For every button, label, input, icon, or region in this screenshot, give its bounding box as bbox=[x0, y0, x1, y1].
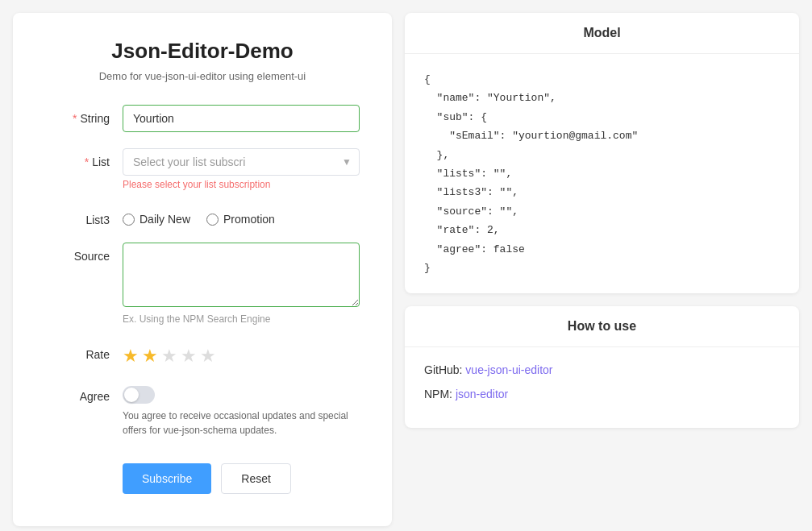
list3-control: Daily New Promotion bbox=[123, 206, 360, 226]
how-to-use-body: GitHub: vue-json-ui-editor NPM: json-edi… bbox=[405, 347, 799, 428]
list-control: Select your list subscri Option 1 ▼ Plea… bbox=[123, 148, 360, 190]
agree-description: You agree to receive occasional updates … bbox=[123, 409, 360, 438]
toggle-knob bbox=[124, 388, 139, 402]
source-label: Source bbox=[45, 243, 110, 263]
list-select-wrap: Select your list subscri Option 1 ▼ bbox=[123, 148, 360, 176]
model-card-header: Model bbox=[405, 13, 799, 54]
source-textarea[interactable] bbox=[123, 243, 360, 307]
radio-daily-input[interactable] bbox=[123, 214, 135, 226]
app-subtitle: Demo for vue-json-ui-editor using elemen… bbox=[45, 70, 360, 82]
string-input[interactable] bbox=[123, 105, 360, 132]
model-card-body: { "name": "Yourtion", "sub": { "sEmail":… bbox=[405, 54, 799, 293]
star-2[interactable]: ★ bbox=[142, 346, 158, 367]
source-field-row: Source Ex. Using the NPM Search Engine bbox=[45, 243, 360, 325]
reset-button[interactable]: Reset bbox=[221, 463, 291, 494]
star-3[interactable]: ★ bbox=[161, 346, 177, 367]
star-4[interactable]: ★ bbox=[181, 346, 197, 367]
string-label: *String bbox=[45, 105, 110, 125]
rate-label: Rate bbox=[45, 341, 110, 361]
star-1[interactable]: ★ bbox=[123, 346, 139, 367]
rate-field-row: Rate ★ ★ ★ ★ ★ bbox=[45, 341, 360, 367]
list-select[interactable]: Select your list subscri Option 1 bbox=[123, 148, 360, 176]
required-star: * bbox=[73, 112, 77, 125]
button-row: Subscribe Reset bbox=[123, 463, 360, 494]
list3-label: List3 bbox=[45, 206, 110, 226]
subscribe-button[interactable]: Subscribe bbox=[123, 463, 211, 494]
list3-radio-group: Daily New Promotion bbox=[123, 206, 360, 226]
npm-link-row: NPM: json-editor bbox=[424, 388, 780, 400]
github-link-row: GitHub: vue-json-ui-editor bbox=[424, 363, 780, 376]
how-to-use-header: How to use bbox=[405, 306, 799, 347]
string-control bbox=[123, 105, 360, 132]
string-field-row: *String bbox=[45, 105, 360, 132]
list-label: *List bbox=[45, 148, 110, 168]
app-title: Json-Editor-Demo bbox=[45, 39, 360, 64]
github-link[interactable]: vue-json-ui-editor bbox=[465, 363, 552, 376]
star-5[interactable]: ★ bbox=[200, 346, 216, 367]
agree-control: You agree to receive occasional updates … bbox=[123, 383, 360, 438]
list3-field-row: List3 Daily New Promotion bbox=[45, 206, 360, 226]
radio-daily-label: Daily New bbox=[139, 213, 190, 226]
how-to-use-card: How to use GitHub: vue-json-ui-editor NP… bbox=[405, 306, 799, 428]
rate-control: ★ ★ ★ ★ ★ bbox=[123, 341, 360, 367]
radio-promotion-label: Promotion bbox=[223, 213, 275, 226]
radio-promotion-input[interactable] bbox=[206, 214, 219, 226]
list-error-message: Please select your list subscription bbox=[123, 179, 360, 190]
radio-daily-new[interactable]: Daily New bbox=[123, 213, 190, 226]
npm-label: NPM: bbox=[424, 388, 456, 400]
github-label: GitHub: bbox=[424, 363, 465, 376]
npm-link[interactable]: json-editor bbox=[456, 388, 508, 400]
right-panel: Model { "name": "Yourtion", "sub": { "sE… bbox=[405, 13, 799, 526]
source-hint: Ex. Using the NPM Search Engine bbox=[123, 313, 360, 325]
agree-field-row: Agree You agree to receive occasional up… bbox=[45, 383, 360, 438]
list-required-star: * bbox=[85, 156, 89, 168]
list-field-row: *List Select your list subscri Option 1 … bbox=[45, 148, 360, 190]
star-rating: ★ ★ ★ ★ ★ bbox=[123, 341, 360, 367]
radio-promotion[interactable]: Promotion bbox=[206, 213, 275, 226]
left-panel: Json-Editor-Demo Demo for vue-json-ui-ed… bbox=[13, 13, 392, 526]
model-card: Model { "name": "Yourtion", "sub": { "sE… bbox=[405, 13, 799, 293]
model-code: { "name": "Yourtion", "sub": { "sEmail":… bbox=[424, 70, 780, 277]
agree-toggle-wrap bbox=[123, 383, 360, 404]
agree-label: Agree bbox=[45, 383, 110, 403]
source-control: Ex. Using the NPM Search Engine bbox=[123, 243, 360, 325]
agree-toggle[interactable] bbox=[123, 386, 155, 404]
